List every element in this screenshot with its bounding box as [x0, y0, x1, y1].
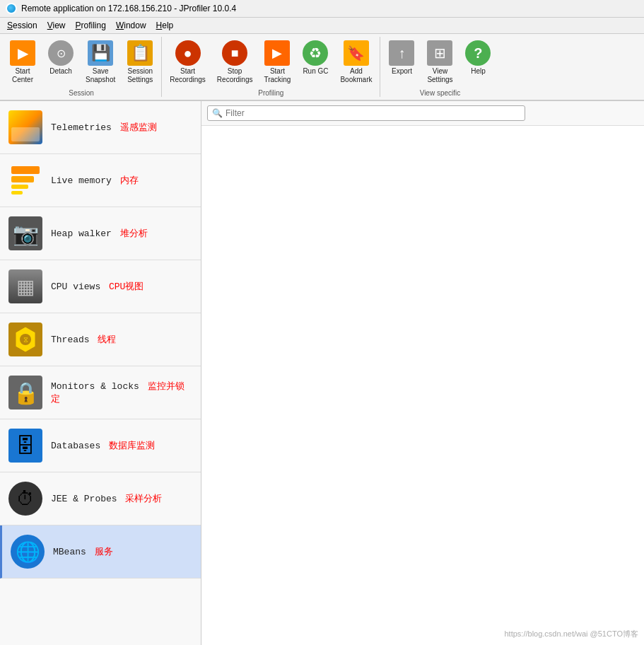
app-icon [6, 3, 17, 14]
start-recordings-label: StartRecordings [170, 67, 206, 84]
telemetries-label: Telemetries 遥感监测 [51, 121, 157, 134]
search-icon: 🔍 [212, 108, 223, 118]
filter-bar: 🔍 [201, 101, 644, 126]
window-title: Remote application on 172.168.156.210 - … [21, 4, 236, 13]
start-center-icon: ▶ [10, 40, 35, 66]
view-settings-label: ViewSettings [427, 67, 452, 84]
view-settings-icon: ⊞ [427, 40, 452, 66]
content-main [201, 126, 644, 645]
run-gc-icon: ♻ [303, 40, 328, 66]
mbeans-chinese: 服务 [95, 547, 113, 557]
jee-probes-label: JEE & Probes 采样分析 [51, 492, 162, 505]
monitors-locks-chinese: 监控并锁定 [51, 381, 185, 405]
save-snapshot-button[interactable]: 💾 SaveSnapshot [81, 37, 120, 88]
telemetries-chinese: 遥感监测 [120, 122, 157, 133]
start-tracking-icon: ▶ [264, 40, 290, 66]
main-layout: Telemetries 遥感监测 Live memory 内存 📷 [0, 101, 644, 645]
databases-label: Databases 数据库监测 [51, 439, 155, 452]
sidebar-item-live-memory[interactable]: Live memory 内存 [0, 154, 201, 207]
sidebar: Telemetries 遥感监测 Live memory 内存 📷 [0, 101, 201, 645]
export-icon: ↑ [389, 40, 414, 66]
help-label: Help [471, 67, 486, 76]
monitors-locks-label: Monitors & locks 监控并锁定 [51, 380, 192, 405]
add-bookmark-icon: 🔖 [344, 40, 369, 66]
sidebar-item-heap-walker[interactable]: 📷 Heap walker 堆分析 [0, 207, 201, 260]
menu-session[interactable]: Session [3, 19, 42, 32]
session-settings-icon: 📋 [127, 40, 153, 66]
watermark: https://blog.csdn.net/wai @51CTO博客 [505, 629, 639, 639]
profiling-group-label: Profiling [258, 88, 283, 97]
sidebar-item-mbeans[interactable]: 🌐 MBeans 服务 [0, 525, 201, 579]
add-bookmark-button[interactable]: 🔖 AddBookmark [335, 37, 377, 88]
menu-bar: Session View Profiling Window Help [0, 18, 644, 34]
help-button[interactable]: ? Help [459, 37, 496, 88]
content-area: 🔍 [201, 101, 644, 645]
threads-chinese: 线程 [98, 335, 116, 345]
export-button[interactable]: ↑ Export [383, 37, 420, 88]
view-settings-button[interactable]: ⊞ ViewSettings [421, 37, 458, 88]
session-settings-button[interactable]: 📋 SessionSettings [122, 37, 158, 88]
stop-recordings-icon: ■ [222, 40, 247, 66]
databases-chinese: 数据库监测 [109, 441, 155, 451]
telemetries-icon [8, 110, 42, 144]
stop-recordings-label: StopRecordings [217, 67, 253, 84]
toolbar: ▶ StartCenter ⊙ Detach 💾 [0, 34, 644, 101]
detach-button[interactable]: ⊙ Detach [42, 37, 79, 88]
live-memory-icon [8, 163, 42, 197]
sidebar-item-cpu-views[interactable]: ▦ CPU views CPU视图 [0, 260, 201, 313]
live-memory-chinese: 内存 [120, 175, 139, 186]
threads-label: Threads 线程 [51, 333, 116, 346]
save-snapshot-icon: 💾 [88, 40, 113, 66]
heap-walker-label: Heap walker 堆分析 [51, 227, 148, 240]
help-icon: ? [465, 40, 491, 66]
session-settings-label: SessionSettings [127, 67, 153, 84]
save-snapshot-label: SaveSnapshot [86, 67, 115, 84]
run-gc-button[interactable]: ♻ Run GC [297, 37, 334, 88]
mbeans-label: MBeans 服务 [53, 545, 113, 558]
cpu-views-chinese: CPU视图 [109, 281, 144, 292]
databases-icon: 🗄 [8, 429, 42, 463]
start-tracking-button[interactable]: ▶ StartTracking [259, 37, 295, 88]
jee-probes-icon: ⏱ [8, 482, 42, 516]
stop-recordings-button[interactable]: ■ StopRecordings [212, 37, 258, 88]
svg-text:⧖: ⧖ [23, 336, 28, 344]
heap-walker-chinese: 堆分析 [120, 228, 148, 239]
filter-input-wrapper: 🔍 [207, 105, 525, 121]
start-recordings-button[interactable]: ● StartRecordings [165, 37, 211, 88]
filter-input[interactable] [226, 108, 520, 118]
session-group-label: Session [69, 88, 94, 97]
title-bar: Remote application on 172.168.156.210 - … [0, 0, 644, 18]
menu-help[interactable]: Help [152, 19, 178, 32]
sidebar-item-monitors-locks[interactable]: 🔒 Monitors & locks 监控并锁定 [0, 366, 201, 419]
view-specific-group-label: View specific [420, 88, 461, 97]
menu-profiling[interactable]: Profiling [71, 19, 110, 32]
sidebar-item-threads[interactable]: ⧖ Threads 线程 [0, 313, 201, 366]
threads-icon: ⧖ [8, 322, 42, 356]
heap-walker-icon: 📷 [8, 216, 42, 250]
start-recordings-icon: ● [175, 40, 201, 66]
start-center-label: StartCenter [12, 67, 33, 84]
live-memory-label: Live memory 内存 [51, 174, 139, 187]
export-label: Export [392, 67, 412, 76]
jee-probes-chinese: 采样分析 [125, 494, 162, 504]
run-gc-label: Run GC [303, 67, 328, 76]
watermark-text: https://blog.csdn.net/wai @51CTO博客 [505, 629, 639, 638]
menu-window[interactable]: Window [112, 19, 151, 32]
add-bookmark-label: AddBookmark [340, 67, 372, 84]
monitors-locks-icon: 🔒 [8, 376, 42, 409]
start-center-button[interactable]: ▶ StartCenter [4, 37, 41, 88]
detach-label: Detach [49, 67, 72, 76]
detach-icon: ⊙ [48, 40, 74, 66]
start-tracking-label: StartTracking [264, 67, 291, 84]
cpu-views-label: CPU views CPU视图 [51, 280, 144, 293]
menu-view[interactable]: View [43, 19, 70, 32]
sidebar-item-databases[interactable]: 🗄 Databases 数据库监测 [0, 419, 201, 472]
sidebar-item-telemetries[interactable]: Telemetries 遥感监测 [0, 101, 201, 154]
cpu-views-icon: ▦ [8, 269, 42, 303]
sidebar-item-jee-probes[interactable]: ⏱ JEE & Probes 采样分析 [0, 472, 201, 525]
mbeans-icon: 🌐 [11, 535, 45, 569]
